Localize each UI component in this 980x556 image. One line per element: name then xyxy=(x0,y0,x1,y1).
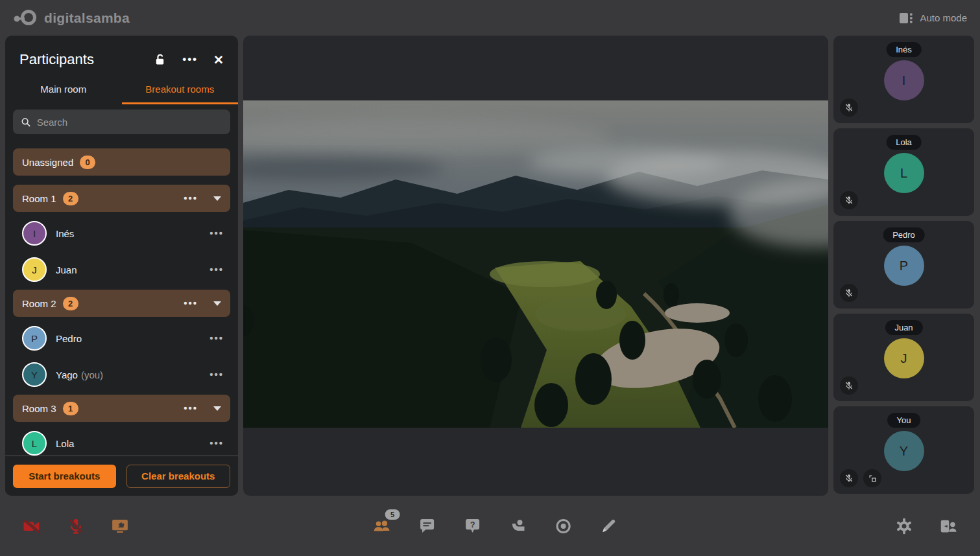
mic-muted-icon xyxy=(840,98,858,117)
room-options-icon[interactable]: ••• xyxy=(184,196,198,201)
room-name: Room 2 xyxy=(22,298,56,309)
record-icon[interactable] xyxy=(553,516,573,536)
close-icon[interactable]: ✕ xyxy=(213,52,224,67)
layout-auto-icon xyxy=(898,10,914,26)
unassigned-section[interactable]: Unassigned 0 xyxy=(13,148,230,176)
room-header[interactable]: Room 1 2 ••• xyxy=(13,185,230,212)
participant-row[interactable]: Y Yago (you) ••• xyxy=(13,358,230,391)
avatar: Y xyxy=(884,431,924,471)
top-bar: digitalsamba Auto mode xyxy=(0,0,980,36)
search-box[interactable] xyxy=(13,110,230,134)
participant-row[interactable]: J Juan ••• xyxy=(13,253,230,286)
avatar: P xyxy=(884,246,924,286)
panel-header: Participants ••• ✕ xyxy=(5,36,238,75)
participant-options-icon[interactable]: ••• xyxy=(209,336,224,341)
mode-label: Auto mode xyxy=(920,12,967,23)
panel-title: Participants xyxy=(19,51,153,68)
room-name: Room 3 xyxy=(22,403,56,414)
room-count-badge: 1 xyxy=(63,402,78,415)
tab-main-room[interactable]: Main room xyxy=(5,76,122,104)
participant-name: Lola xyxy=(56,438,74,449)
panel-footer: Start breakouts Clear breakouts xyxy=(5,456,238,496)
video-tile[interactable]: Inés I xyxy=(833,36,974,123)
room-count-badge: 2 xyxy=(63,192,78,205)
participant-name: Juan xyxy=(56,264,77,275)
avatar: Y xyxy=(22,362,47,387)
participant-name: Inés xyxy=(56,228,74,239)
picture-in-picture-icon[interactable] xyxy=(863,469,881,487)
settings-icon[interactable] xyxy=(894,516,914,536)
search-icon xyxy=(21,117,31,128)
video-tile[interactable]: Juan J xyxy=(833,314,974,401)
qna-icon[interactable]: ? xyxy=(462,516,482,536)
participant-you-suffix: (you) xyxy=(81,369,103,380)
video-tile[interactable]: Lola L xyxy=(833,128,974,216)
participant-row[interactable]: I Inés ••• xyxy=(13,217,230,249)
room-header[interactable]: Room 2 2 ••• xyxy=(13,290,230,317)
participant-options-icon[interactable]: ••• xyxy=(209,441,224,446)
tile-name-badge: Pedro xyxy=(883,227,925,242)
room-options-icon[interactable]: ••• xyxy=(184,406,198,411)
avatar: L xyxy=(22,431,47,456)
participant-row[interactable]: L Lola ••• xyxy=(13,427,230,459)
svg-text:?: ? xyxy=(470,519,475,529)
participants-count-badge: 5 xyxy=(385,509,400,520)
video-tile-self[interactable]: You Y xyxy=(833,406,974,494)
tile-name-badge: You xyxy=(887,413,921,428)
unlock-icon[interactable] xyxy=(153,52,167,67)
collapse-room-icon[interactable] xyxy=(213,406,221,411)
mic-muted-icon xyxy=(840,469,858,487)
room-count-badge: 2 xyxy=(63,297,78,310)
content-layout-icon[interactable] xyxy=(938,516,958,536)
video-tile[interactable]: Pedro P xyxy=(833,221,974,308)
chat-icon[interactable] xyxy=(417,516,436,536)
mic-off-icon[interactable] xyxy=(66,516,86,536)
collapse-room-icon[interactable] xyxy=(213,301,221,306)
mic-muted-icon xyxy=(840,191,858,209)
tile-name-badge: Lola xyxy=(886,135,922,150)
panel-tabs: Main room Breakout rooms xyxy=(5,76,238,104)
tile-name-badge: Inés xyxy=(886,42,922,57)
room-header[interactable]: Room 3 1 ••• xyxy=(13,395,230,422)
avatar: P xyxy=(22,326,47,351)
digitalsamba-logo-icon xyxy=(13,10,38,27)
start-breakouts-button[interactable]: Start breakouts xyxy=(13,465,116,488)
main-stage xyxy=(243,36,828,496)
participants-panel: Participants ••• ✕ Main room Breakout ro… xyxy=(5,36,238,496)
avatar: L xyxy=(884,153,924,193)
shared-video-feed xyxy=(243,100,828,428)
participant-row[interactable]: P Pedro ••• xyxy=(13,322,230,354)
room-name: Room 1 xyxy=(22,193,56,204)
search-input[interactable] xyxy=(37,117,222,128)
participant-options-icon[interactable]: ••• xyxy=(209,267,224,272)
camera-off-icon[interactable] xyxy=(22,516,42,536)
raise-hand-icon[interactable] xyxy=(508,516,527,536)
whiteboard-icon[interactable] xyxy=(599,516,618,536)
avatar: J xyxy=(22,257,47,282)
bottom-toolbar: 5 ? xyxy=(0,496,980,556)
participant-options-icon[interactable]: ••• xyxy=(209,372,224,377)
brand: digitalsamba xyxy=(13,10,130,27)
mic-muted-icon xyxy=(840,376,858,395)
avatar: I xyxy=(22,221,47,246)
participant-name: Yago xyxy=(56,369,78,380)
panel-body: Unassigned 0 Room 1 2 ••• I Inés ••• J J… xyxy=(5,104,238,491)
mic-muted-icon xyxy=(840,284,858,302)
collapse-room-icon[interactable] xyxy=(213,196,221,201)
unassigned-count-badge: 0 xyxy=(80,156,95,169)
avatar: I xyxy=(884,60,924,100)
tile-name-badge: Juan xyxy=(885,320,922,335)
room-options-icon[interactable]: ••• xyxy=(184,301,198,306)
brand-name: digitalsamba xyxy=(44,10,130,26)
tab-breakout-rooms[interactable]: Breakout rooms xyxy=(122,76,239,104)
unassigned-label: Unassigned xyxy=(22,157,73,168)
avatar: J xyxy=(884,338,924,378)
more-options-icon[interactable]: ••• xyxy=(182,56,198,63)
participant-name: Pedro xyxy=(56,333,82,344)
screen-share-icon[interactable] xyxy=(110,516,130,536)
view-mode-control[interactable]: Auto mode xyxy=(898,10,967,26)
participants-icon[interactable]: 5 xyxy=(372,516,391,536)
participant-tiles: Inés I Lola L Pedro P Juan J You Y xyxy=(833,36,974,499)
clear-breakouts-button[interactable]: Clear breakouts xyxy=(126,465,231,488)
participant-options-icon[interactable]: ••• xyxy=(209,231,224,236)
